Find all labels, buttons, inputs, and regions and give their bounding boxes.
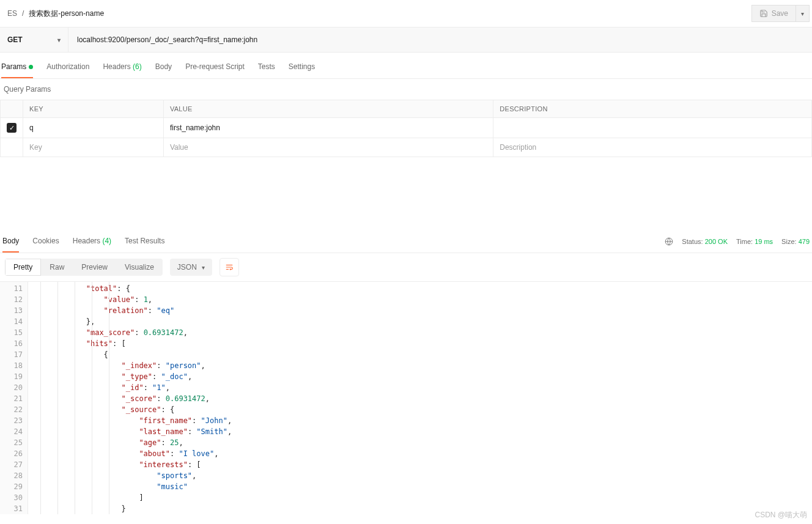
method-value: GET <box>7 35 23 44</box>
line-gutter: 1112131415161718192021222324252627282930… <box>0 282 28 514</box>
rtab-body[interactable]: Body <box>2 231 19 253</box>
save-icon <box>759 9 768 18</box>
col-key: KEY <box>23 100 164 118</box>
method-select[interactable]: GET ▾ <box>0 28 68 52</box>
rtab-cookies[interactable]: Cookies <box>32 231 59 253</box>
cell-key-placeholder[interactable]: Key <box>23 138 164 157</box>
globe-icon[interactable] <box>665 237 673 246</box>
tab-pre-request[interactable]: Pre-request Script <box>185 56 245 78</box>
request-tabs: Params Authorization Headers (6) Body Pr… <box>0 56 812 79</box>
params-active-dot <box>29 65 33 69</box>
save-dropdown[interactable]: ▾ <box>796 5 810 22</box>
wrap-lines-button[interactable] <box>220 258 239 276</box>
code-line: "hits": [ <box>33 338 812 349</box>
query-params-title: Query Params <box>0 79 812 100</box>
code-line: "_score": 0.6931472, <box>33 393 812 404</box>
watermark: CSDN @喵大萌 <box>755 510 807 514</box>
cell-value[interactable]: first_name:john <box>163 118 493 138</box>
table-row-new: Key Value Description <box>1 138 812 157</box>
format-select[interactable]: JSON ▾ <box>170 259 212 276</box>
tab-headers[interactable]: Headers (6) <box>103 56 141 78</box>
cell-description[interactable] <box>493 118 812 138</box>
code-line: "last_name": "Smith", <box>33 426 812 437</box>
view-mode-group: Pretty Raw Preview Visualize <box>5 259 163 276</box>
save-button[interactable]: Save <box>751 5 796 22</box>
size-label: Size: 479 <box>781 238 810 245</box>
code-line: { <box>33 349 812 360</box>
code-line: } <box>33 503 812 514</box>
code-line: "music" <box>33 481 812 492</box>
cell-key[interactable]: q <box>23 118 164 138</box>
code-line: "_id": "1", <box>33 382 812 393</box>
save-label: Save <box>772 9 788 18</box>
query-params-table: KEY VALUE DESCRIPTION ✓ q first_name:joh… <box>0 100 812 157</box>
rtab-test-results[interactable]: Test Results <box>125 231 164 253</box>
tab-body[interactable]: Body <box>155 56 172 78</box>
response-body: 1112131415161718192021222324252627282930… <box>0 282 812 514</box>
wrap-icon <box>225 263 234 271</box>
view-raw[interactable]: Raw <box>41 259 73 276</box>
code-line: "about": "I love", <box>33 448 812 459</box>
format-value: JSON <box>177 263 197 271</box>
code-line: "_source": { <box>33 404 812 415</box>
breadcrumb-root[interactable]: ES <box>7 9 17 18</box>
chevron-down-icon: ▾ <box>57 37 61 43</box>
tab-settings[interactable]: Settings <box>289 56 315 78</box>
status-label: Status: 200 OK <box>682 238 728 245</box>
tab-tests[interactable]: Tests <box>258 56 275 78</box>
breadcrumb-name[interactable]: 搜索数据-person-name <box>29 9 104 19</box>
time-label: Time: 19 ms <box>736 238 773 245</box>
row-checkbox[interactable]: ✓ <box>7 123 17 133</box>
code-line: "_index": "person", <box>33 360 812 371</box>
code-line: ] <box>33 492 812 503</box>
chevron-down-icon: ▾ <box>202 264 205 271</box>
code-line: "total": { <box>33 283 812 294</box>
tab-authorization[interactable]: Authorization <box>46 56 89 78</box>
code-line: "sports", <box>33 470 812 481</box>
rtab-headers[interactable]: Headers (4) <box>73 231 111 253</box>
view-preview[interactable]: Preview <box>73 259 116 276</box>
view-visualize[interactable]: Visualize <box>116 259 163 276</box>
cell-desc-placeholder[interactable]: Description <box>493 138 812 157</box>
code-line: "interests": [ <box>33 459 812 470</box>
col-checkbox <box>1 100 23 118</box>
url-input[interactable]: localhost:9200/person/_doc/_search?q=fir… <box>68 28 812 52</box>
code-content[interactable]: "total": { "value": 1, "relation": "eq" … <box>28 282 812 514</box>
code-line: }, <box>33 316 812 327</box>
breadcrumb: ES / 搜索数据-person-name <box>7 9 104 19</box>
code-line: "first_name": "John", <box>33 415 812 426</box>
response-tabs: Body Cookies Headers (4) Test Results <box>2 231 164 253</box>
breadcrumb-sep: / <box>22 9 24 18</box>
cell-value-placeholder[interactable]: Value <box>163 138 493 157</box>
code-line: "value": 1, <box>33 294 812 305</box>
code-line: "_type": "_doc", <box>33 371 812 382</box>
tab-params[interactable]: Params <box>1 56 33 78</box>
col-description: DESCRIPTION <box>493 100 812 118</box>
code-line: "max_score": 0.6931472, <box>33 327 812 338</box>
url-value: localhost:9200/person/_doc/_search?q=fir… <box>77 35 257 44</box>
code-line: "relation": "eq" <box>33 305 812 316</box>
response-meta: Status: 200 OK Time: 19 ms Size: 479 <box>665 237 810 246</box>
table-row: ✓ q first_name:john <box>1 118 812 138</box>
chevron-down-icon: ▾ <box>801 10 804 17</box>
view-pretty[interactable]: Pretty <box>5 259 41 276</box>
code-line: "age": 25, <box>33 437 812 448</box>
col-value: VALUE <box>163 100 493 118</box>
